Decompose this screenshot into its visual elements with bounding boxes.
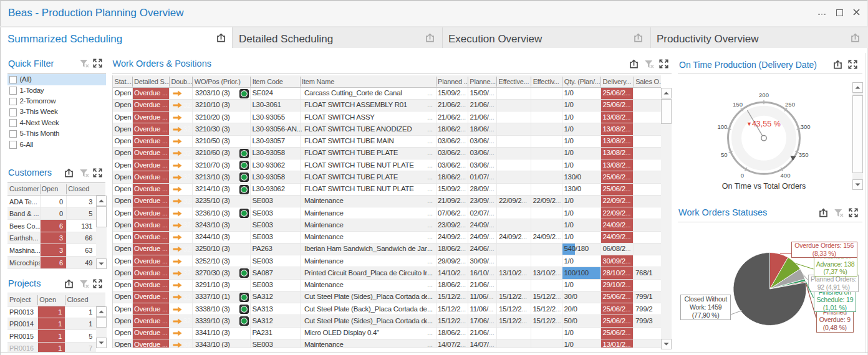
svg-text:300: 300 (801, 123, 811, 130)
svg-text:150: 150 (733, 101, 743, 108)
svg-text:50: 50 (721, 151, 728, 158)
svg-text:250: 250 (785, 101, 795, 108)
svg-text:400: 400 (781, 172, 791, 179)
svg-text:350: 350 (799, 151, 809, 158)
svg-text:100: 100 (717, 123, 727, 130)
svg-text:200: 200 (759, 92, 769, 98)
svg-text:0: 0 (741, 172, 744, 179)
